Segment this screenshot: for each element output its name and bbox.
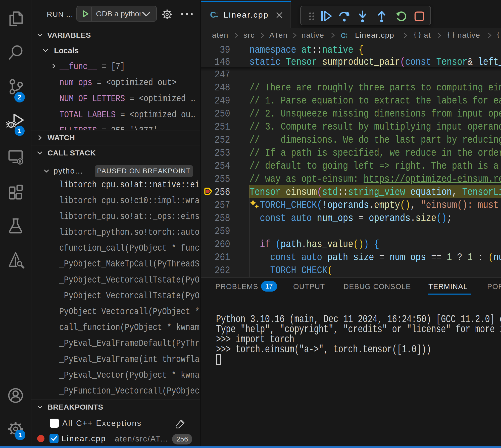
svg-text:+: + <box>216 14 218 19</box>
svg-text:+: + <box>345 35 348 39</box>
svg-text:C: C <box>210 10 216 19</box>
